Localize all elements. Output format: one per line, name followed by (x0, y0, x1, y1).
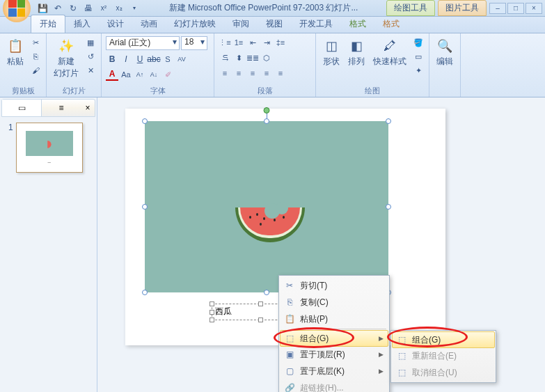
cut-icon[interactable]: ✂ (29, 36, 42, 49)
char-spacing-button[interactable]: AV (175, 53, 188, 65)
bold-button[interactable]: B (106, 53, 118, 65)
tab-developer[interactable]: 开发工具 (291, 15, 341, 33)
handle-ne[interactable] (386, 118, 391, 124)
italic-button[interactable]: I (120, 53, 132, 65)
decrease-indent-button[interactable]: ⇤ (246, 36, 259, 49)
reset-icon[interactable]: ↺ (84, 50, 97, 63)
layout-icon[interactable]: ▦ (84, 36, 97, 49)
justify-button[interactable]: ≡ (260, 67, 273, 79)
maximize-button[interactable]: □ (507, 3, 524, 14)
editing-label: 编辑 (436, 56, 453, 68)
picture-tools-tab[interactable]: 图片工具 (438, 0, 487, 16)
ctx-cut[interactable]: ✂剪切(T) (281, 277, 388, 294)
outline-tab[interactable]: ≡ (42, 100, 81, 116)
tb-handle-nw[interactable] (210, 301, 214, 306)
tab-design[interactable]: 设计 (99, 15, 132, 33)
copy-icon[interactable]: ⎘ (29, 50, 42, 63)
group-slides: ✨ 新建 幻灯片 ▦ ↺ ✕ 幻灯片 (47, 33, 102, 97)
paste-label: 粘贴 (7, 56, 24, 68)
save-icon[interactable]: 💾 (36, 2, 49, 15)
handle-sw[interactable] (142, 290, 148, 295)
quick-styles-button[interactable]: 🖍 快速样式 (370, 36, 409, 69)
tab-home[interactable]: 开始 (31, 15, 65, 33)
superscript-icon[interactable]: x² (97, 2, 110, 15)
align-right-button[interactable]: ≡ (246, 67, 259, 79)
close-button[interactable]: × (526, 3, 542, 14)
tab-insert[interactable]: 插入 (65, 15, 99, 33)
sub-group[interactable]: ⬚组合(G) (392, 331, 495, 348)
qat-customize-icon[interactable]: ▾ (128, 2, 141, 15)
group-font: Arial (正文) 18 B I U abc S AV A Aa A↑ A↓ … (102, 33, 214, 97)
ctx-send-back[interactable]: ▢置于底层(K)▶ (281, 363, 388, 379)
tab-format-draw[interactable]: 格式 (341, 15, 374, 33)
delete-slide-icon[interactable]: ✕ (84, 64, 97, 77)
ribbon-tabs: 开始 插入 设计 动画 幻灯片放映 审阅 视图 开发工具 格式 格式 (0, 17, 545, 33)
clear-format-button[interactable]: ✐ (161, 68, 174, 81)
tb-handle-s[interactable] (258, 317, 263, 322)
redo-icon[interactable]: ↻ (67, 2, 79, 15)
undo-icon[interactable]: ↶ (52, 2, 64, 15)
group-icon: ⬚ (395, 334, 408, 346)
shape-fill-button[interactable]: 🪣 (412, 36, 425, 49)
tb-handle-sw[interactable] (210, 317, 214, 322)
tb-handle-n[interactable] (258, 301, 263, 306)
ctx-group[interactable]: ⬚组合(G)▶ (280, 330, 388, 347)
align-left-button[interactable]: ≡ (219, 67, 231, 79)
tab-format-pic[interactable]: 格式 (374, 15, 408, 33)
shadow-button[interactable]: S (161, 53, 174, 65)
ctx-copy[interactable]: ⎘复制(C) (281, 294, 388, 311)
paste-button[interactable]: 📋 粘贴 (4, 36, 26, 69)
handle-n[interactable] (264, 118, 269, 124)
new-slide-button[interactable]: ✨ 新建 幻灯片 (51, 36, 81, 81)
handle-w[interactable] (142, 204, 148, 210)
group-editing-label (434, 86, 456, 95)
change-case-button[interactable]: Aa (120, 68, 132, 81)
slides-tab[interactable]: ▭ (2, 100, 42, 116)
tab-animation[interactable]: 动画 (132, 15, 166, 33)
arrange-label: 排列 (348, 56, 365, 68)
arrange-button[interactable]: ◧ 排列 (345, 36, 368, 69)
editing-button[interactable]: 🔍 编辑 (434, 36, 456, 69)
convert-smartart-button[interactable]: ⬡ (260, 52, 273, 64)
tab-slideshow[interactable]: 幻灯片放映 (166, 15, 224, 33)
handle-e[interactable] (386, 204, 391, 210)
shape-effects-button[interactable]: ✦ (412, 64, 425, 77)
underline-button[interactable]: U (134, 53, 146, 65)
strikethrough-button[interactable]: abc (148, 53, 160, 65)
grow-font-button[interactable]: A↑ (134, 68, 146, 81)
line-spacing-button[interactable]: ‡≡ (274, 36, 287, 49)
increase-indent-button[interactable]: ⇥ (260, 36, 273, 49)
group-submenu: ⬚组合(G) ⬚重新组合(E) ⬚取消组合(U) (390, 330, 496, 383)
slide-thumbnail-1[interactable]: 1 ◗ – (8, 123, 88, 173)
align-center-button[interactable]: ≡ (232, 67, 245, 79)
align-text-button[interactable]: ⬍ (232, 52, 245, 64)
handle-s[interactable] (264, 290, 269, 295)
subscript-icon[interactable]: x₂ (113, 2, 125, 15)
font-size-select[interactable]: 18 (181, 36, 207, 50)
ctx-bring-front[interactable]: ▣置于顶层(R)▶ (281, 346, 388, 363)
handle-nw[interactable] (142, 118, 148, 124)
slide-canvas[interactable]: 西瓜 ✂剪切(T) ⎘复制(C) 📋粘贴(P) ⬚组合(G)▶ ▣置于顶层(R)… (97, 97, 545, 392)
font-color-button[interactable]: A (106, 68, 118, 81)
rotation-handle[interactable] (264, 107, 270, 113)
minimize-button[interactable]: – (489, 3, 506, 14)
distribute-button[interactable]: ≡ (274, 67, 287, 79)
selected-image[interactable] (145, 121, 388, 292)
text-direction-button[interactable]: ⥹ (219, 52, 231, 64)
bullets-button[interactable]: ⋮≡ (219, 36, 231, 49)
panel-close[interactable]: × (81, 100, 95, 116)
font-name-select[interactable]: Arial (正文) (106, 36, 180, 50)
drawing-tools-tab[interactable]: 绘图工具 (386, 0, 435, 16)
shapes-button[interactable]: ◫ 形状 (320, 36, 342, 69)
tb-handle-w[interactable] (210, 310, 214, 315)
tab-view[interactable]: 视图 (258, 15, 291, 33)
ctx-paste[interactable]: 📋粘贴(P) (281, 311, 388, 327)
paste-icon: 📋 (7, 38, 24, 54)
shape-outline-button[interactable]: ▭ (412, 50, 425, 63)
tab-review[interactable]: 审阅 (224, 15, 258, 33)
shrink-font-button[interactable]: A↓ (148, 68, 160, 81)
print-icon[interactable]: 🖶 (82, 2, 95, 15)
columns-button[interactable]: ≣≣ (246, 52, 259, 64)
format-painter-icon[interactable]: 🖌 (29, 64, 42, 77)
numbering-button[interactable]: 1≡ (232, 36, 245, 49)
